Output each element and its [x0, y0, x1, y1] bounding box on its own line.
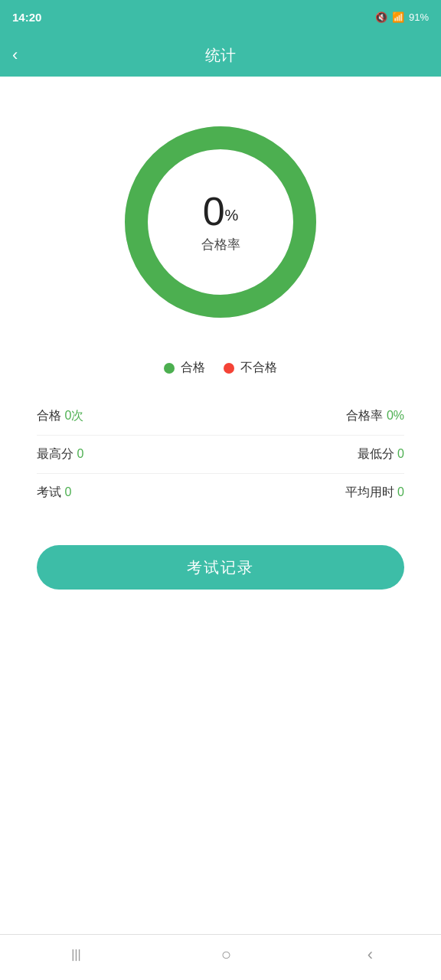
back-button[interactable]: ‹	[12, 45, 18, 65]
chart-center: 0% 合格率	[201, 191, 240, 253]
legend-dot-fail	[224, 363, 234, 374]
header: ‹ 统计	[0, 34, 441, 77]
stat-min-score-value: 0	[397, 447, 404, 460]
page-title: 统计	[205, 45, 236, 66]
donut-chart: 0% 合格率	[121, 122, 320, 322]
status-icons: 🔇 📶 91%	[375, 11, 429, 23]
stat-pass-count-value: 0次	[64, 409, 83, 422]
exam-record-button[interactable]: 考试记录	[37, 545, 404, 590]
bottom-nav: ⫼ ○ ‹	[0, 934, 441, 980]
legend-fail: 不合格	[224, 360, 277, 376]
mute-icon: 🔇	[375, 11, 387, 23]
main-content: 0% 合格率 合格 不合格 合格 0次 合格率 0% 最高分 0	[0, 77, 441, 934]
chart-label: 合格率	[201, 236, 240, 253]
legend-fail-label: 不合格	[240, 360, 277, 376]
stat-max-score: 最高分 0	[37, 446, 83, 462]
stats-row-1: 合格 0次 合格率 0%	[37, 397, 404, 436]
status-time: 14:20	[12, 11, 41, 24]
nav-menu-icon[interactable]: ⫼	[68, 945, 85, 965]
nav-back-icon[interactable]: ‹	[368, 945, 373, 965]
stat-exam-count-value: 0	[64, 485, 71, 498]
chart-legend: 合格 不合格	[164, 360, 277, 376]
chart-value: 0	[203, 189, 225, 234]
stat-max-score-value: 0	[77, 447, 83, 460]
legend-dot-pass	[164, 363, 175, 374]
stats-row-3: 考试 0 平均用时 0	[37, 474, 404, 511]
stat-avg-time-value: 0	[397, 485, 404, 498]
stat-pass-rate-value: 0%	[387, 409, 404, 422]
stats-row-2: 最高分 0 最低分 0	[37, 436, 404, 474]
chart-percent-symbol: %	[225, 206, 239, 223]
stat-min-score: 最低分 0	[358, 446, 404, 462]
stat-pass-rate: 合格率 0%	[346, 408, 404, 424]
stat-exam-count: 考试 0	[37, 485, 71, 501]
chart-value-container: 0%	[201, 191, 240, 231]
legend-pass-label: 合格	[181, 360, 205, 376]
legend-pass: 合格	[164, 360, 205, 376]
stat-avg-time: 平均用时 0	[345, 485, 404, 501]
stat-pass-count: 合格 0次	[37, 408, 83, 424]
wifi-icon: 📶	[392, 11, 404, 23]
battery-label: 91%	[409, 11, 429, 23]
nav-home-icon[interactable]: ○	[221, 945, 231, 965]
status-bar: 14:20 🔇 📶 91%	[0, 0, 441, 34]
stats-grid: 合格 0次 合格率 0% 最高分 0 最低分 0 考试 0 平均用时 0	[37, 397, 404, 511]
